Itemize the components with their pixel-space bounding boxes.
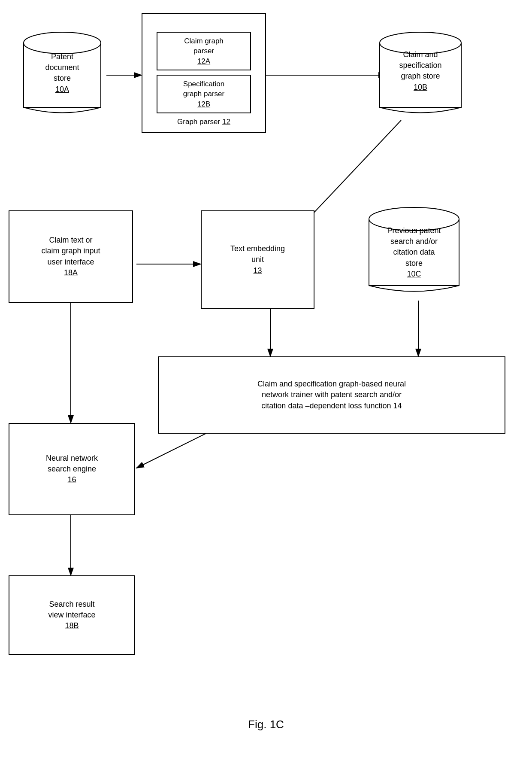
diagram-container: Patent document store 10A Claim graph pa…: [0, 0, 532, 757]
neural-trainer: Claim and specification graph-based neur…: [158, 356, 505, 434]
claim-graph-parser: Claim graph parser 12A: [157, 32, 251, 70]
claim-spec-store: Claim and specification graph store 10B: [378, 26, 463, 125]
claim-text-input: Claim text or claim graph input user int…: [9, 210, 133, 303]
search-result-view: Search result view interface 18B: [9, 575, 135, 655]
prev-patent-store: Previous patent search and/or citation d…: [367, 202, 461, 305]
text-embedding-unit: Text embedding unit 13: [201, 210, 314, 309]
prev-patent-store-label: Previous patent search and/or citation d…: [367, 225, 461, 280]
svg-point-11: [24, 32, 101, 54]
neural-search-engine: Neural network search engine 16: [9, 423, 135, 515]
patent-document-store: Patent document store 10A: [21, 26, 103, 125]
graph-parser-label: Graph parser 12: [177, 117, 230, 127]
claim-spec-store-label: Claim and specification graph store 10B: [378, 49, 463, 93]
patent-store-label: Patent document store 10A: [21, 52, 103, 95]
figure-label: Fig. 1C: [0, 718, 532, 731]
spec-graph-parser: Specification graph parser 12B: [157, 75, 251, 113]
graph-parser-outer: Claim graph parser 12A Specification gra…: [142, 13, 266, 133]
